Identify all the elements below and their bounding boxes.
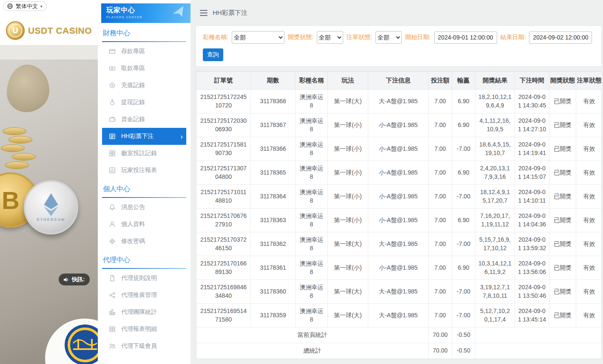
news-ticker[interactable]: 快訊:: [59, 274, 90, 285]
app-root: 繁体中文 ▾ U USDT CASINO B ETHEREUM 快訊:: [0, 0, 603, 364]
cell-win-loss: -7.00: [452, 137, 475, 161]
end-date-input[interactable]: [529, 31, 592, 44]
cell-period: 31178364: [251, 185, 296, 209]
table-body: 215217251722451072031178368澳洲幸运8第一球(大)大-…: [196, 90, 603, 327]
sidebar-item[interactable]: 代理規則說明: [102, 270, 186, 287]
start-date-input[interactable]: [434, 31, 497, 44]
cell-win-loss: 6.90: [452, 256, 475, 280]
cell-draw-result: 7,16,20,17,1,19,11,12: [475, 209, 515, 232]
logo-coin-letter: U: [9, 24, 22, 37]
logo-text: USDT CASINO: [28, 25, 92, 36]
cell-lottery-name: 澳洲幸运8: [296, 113, 328, 137]
cell-win-loss: 6.90: [452, 209, 475, 232]
sidebar-item[interactable]: HH彩票下注›: [102, 128, 186, 145]
search-button[interactable]: 查詢: [203, 48, 223, 61]
paper-plane-icon: [171, 4, 187, 20]
cell-win-loss: -7.00: [452, 185, 475, 209]
bets-table: 訂單號期數彩種名稱玩法下注信息投注額輸贏開獎結果下注時間開獎狀態注單狀態 215…: [196, 71, 603, 359]
hamburger-menu-icon[interactable]: [200, 10, 208, 16]
column-header: 注單狀態: [576, 72, 603, 90]
sidebar-item[interactable]: 代理報表明細: [102, 321, 186, 338]
cell-order-no: 2152172517130704800: [196, 161, 251, 185]
bitcoin-symbol: B: [2, 186, 20, 214]
table-row: 215217251695147158031178359澳洲幸运8第一球(大)大-…: [196, 304, 603, 327]
agent-members-icon: [109, 343, 116, 350]
sidebar-item[interactable]: 廳室投註記錄: [102, 145, 186, 162]
sidebar-item[interactable]: 代理推廣管理: [102, 287, 186, 304]
cell-bet-time: 2024-09-01 14:19:41: [515, 137, 549, 161]
order-status-label: 注單狀態:: [347, 34, 372, 41]
cell-win-loss: 6.90: [452, 161, 475, 185]
cell-order-no: 2152172517224510720: [196, 90, 251, 113]
sidebar-item[interactable]: 代理下級會員: [102, 338, 186, 355]
filter-row: 彩種名稱: 全部 開獎狀態: 全部 注單狀態: 全部 開始日期: 結束日期:: [203, 31, 594, 44]
lottery-name-select[interactable]: 全部: [232, 31, 284, 44]
sidebar-item[interactable]: 個人資料: [102, 216, 186, 233]
profile-icon: [109, 221, 116, 228]
sidebar-item[interactable]: 資金記錄: [102, 111, 186, 128]
cell-order-status: 有效: [576, 161, 603, 185]
deposit-icon: [109, 48, 116, 55]
sidebar-item[interactable]: 修改密碼: [102, 233, 186, 250]
cell-win-loss: -7.00: [452, 232, 475, 256]
sidebar-item-label: 個人資料: [121, 220, 145, 228]
cell-bet-info: 小-A盤@1.985: [368, 113, 429, 137]
sidebar-section-title: 財務中心: [102, 23, 186, 42]
cashout-record-icon: [109, 99, 116, 106]
funds-record-icon: [109, 116, 116, 123]
order-status-select[interactable]: 全部: [375, 31, 402, 44]
table-row: 215217251722451072031178368澳洲幸运8第一球(大)大-…: [196, 90, 603, 113]
cell-play-type: 第一球(小): [328, 185, 368, 209]
page-total-row: 當前頁統計 70.00 -0.50: [196, 327, 603, 343]
sidebar-item[interactable]: 代理團隊統計: [102, 304, 186, 321]
cell-lottery-name: 澳洲幸运8: [296, 137, 328, 161]
column-header: 開獎結果: [475, 72, 515, 90]
draw-status-select[interactable]: 全部: [317, 31, 343, 44]
cell-period: 31178363: [251, 209, 296, 232]
cell-play-type: 第一球(小): [328, 161, 368, 185]
column-header: 彩種名稱: [296, 72, 328, 90]
table-row: 215217251710114881031178364澳洲幸运8第一球(小)小-…: [196, 185, 603, 209]
lottery-name-label: 彩種名稱:: [203, 34, 228, 41]
table-row: 215217251715819073031178366澳洲幸运8第一球(小)小-…: [196, 137, 603, 161]
cell-order-no: 2152172517158190730: [196, 137, 251, 161]
cell-bet-info: 小-A盤@1.985: [368, 256, 429, 280]
sidebar-item[interactable]: 充值記錄: [102, 77, 186, 94]
ethereum-coin-graphic: ETHEREUM: [24, 180, 78, 234]
cell-draw-result: 4,1,11,2,16,10,9,5: [475, 113, 515, 137]
cell-play-type: 第一球(大): [328, 232, 368, 256]
cell-play-type: 第一球(大): [328, 280, 368, 304]
table-row: 215217251698463484031178360澳洲幸运8第一球(大)大-…: [196, 280, 603, 304]
sidebar-item[interactable]: 提現記錄: [102, 94, 186, 111]
sidebar-item[interactable]: 取款專區: [102, 60, 186, 77]
sidebar-section: 代理中心代理規則說明代理推廣管理代理團隊統計代理報表明細代理下級會員: [98, 250, 191, 355]
sidebar-item[interactable]: 存款專區: [102, 43, 186, 60]
sidebar-item[interactable]: 玩家投注報表: [102, 162, 186, 179]
cell-play-type: 第一球(小): [328, 113, 368, 137]
agent-promo-icon: [109, 292, 116, 299]
sidebar-item[interactable]: 消息公告: [102, 199, 186, 216]
filter-panel: 彩種名稱: 全部 開獎狀態: 全部 注單狀態: 全部 開始日期: 結束日期: 查…: [196, 25, 602, 67]
grand-total-label: 總統計: [196, 343, 429, 359]
grand-total-empty: [475, 343, 603, 359]
cell-draw-status: 已開獎: [549, 161, 576, 185]
room-bet-record-icon: [109, 150, 116, 157]
cell-order-status: 有效: [576, 256, 603, 280]
cell-bet-info: 小-A盤@1.985: [368, 209, 429, 232]
cell-play-type: 第一球(大): [328, 304, 368, 327]
cell-bet-time: 2024-09-01 14:30:45: [515, 90, 549, 113]
language-selector[interactable]: 繁体中文 ▾: [3, 1, 47, 11]
cell-order-status: 有效: [576, 280, 603, 304]
cell-bet-time: 2024-09-01 14:15:07: [515, 161, 549, 185]
table-row: 215217251706762791031178363澳洲幸运8第一球(小)小-…: [196, 209, 603, 232]
sidebar-item-label: 代理下級會員: [121, 342, 157, 350]
column-header: 開獎狀態: [549, 72, 576, 90]
ethereum-label: ETHEREUM: [37, 217, 65, 222]
cell-lottery-name: 澳洲幸运8: [296, 280, 328, 304]
cell-lottery-name: 澳洲幸运8: [296, 256, 328, 280]
grand-total-row: 總統計 70.00 -0.50: [196, 343, 603, 359]
gold-coin-graphic: [5, 161, 29, 169]
cell-bet-info: 大-A盤@1.985: [368, 304, 429, 327]
cell-draw-status: 已開獎: [549, 209, 576, 232]
page-title: HH彩票下注: [213, 9, 247, 17]
